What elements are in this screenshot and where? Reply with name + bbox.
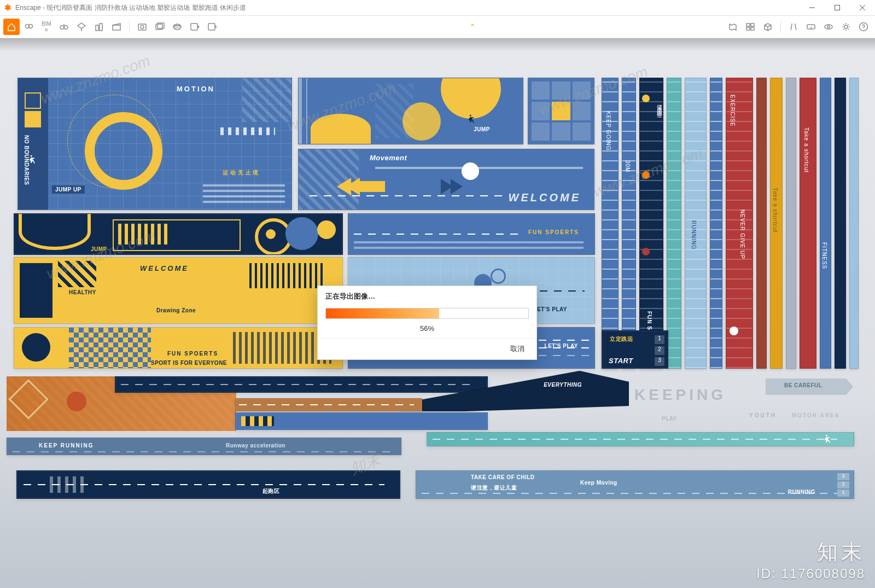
artwork-sport-icons-panel [528,78,594,144]
progress-percent: 56% [318,321,536,338]
artwork-blue-track-2 [235,412,488,430]
visual-settings-button[interactable] [820,19,837,35]
export-exe-button[interactable] [204,19,220,35]
artwork-jump-panel: JUMP [298,78,523,144]
cancel-button[interactable]: 取消 [498,339,536,359]
artwork-bottom-navy-1: 起跑区 [16,470,400,499]
titlebar: ✱ Enscape - 现代消防登高面 消防扑救场 运动场地 塑胶运动场 塑胶跑… [0,0,875,15]
artwork-welcome-panel: Movement WELCOME [298,149,594,210]
artwork-teal-track [427,432,854,446]
window-controls [800,0,875,15]
progress-bar [325,308,529,319]
ghost-motor-area: MOTOR AREA [792,412,840,418]
document-title: 现代消防登高面 消防扑救场 运动场地 塑胶运动场 塑胶跑道 休闲步道 [46,4,246,11]
artwork-motion-panel: NO BOUNDARIES JUMP UP MOTION 运 动 无 止 境 [18,78,292,210]
binoculars-button[interactable] [56,19,72,35]
artwork-bottom-lightblue: TAKE CARE OF CHILD 请注意，避让儿童 Keep Moving … [416,470,854,499]
separator [780,21,781,33]
svg-rect-16 [751,24,754,26]
close-button[interactable] [850,0,875,15]
svg-point-3 [60,26,64,30]
maximize-button[interactable] [825,0,850,15]
screenshot-button[interactable] [134,19,150,35]
help-button[interactable] [855,19,872,35]
app-logo-icon: ✱ [0,3,15,13]
artwork-everything-wing: EVERYTHING [399,371,629,415]
vr-button[interactable] [803,19,819,35]
viewport[interactable]: NO BOUNDARIES JUMP UP MOTION 运 动 无 止 境 J… [0,38,875,588]
svg-point-22 [844,25,848,28]
clapperboard-button[interactable] [108,19,125,35]
home-button[interactable] [3,19,20,35]
svg-rect-13 [191,24,197,30]
artwork-vertical-strips: KEEP GOING 30M FUN SPOERTS 健 康 跑 道 RUNNI… [602,78,859,368]
minimize-button[interactable] [800,0,825,15]
svg-marker-24 [399,371,629,411]
ghost-youth: YOUTH [749,412,777,418]
app-name: Enscape [15,4,41,11]
batch-render-button[interactable] [151,19,168,35]
artwork-checker: FUN SPOERTS SPORT IS FOR EVERYONE [14,327,343,369]
settings-button[interactable] [838,19,854,35]
artwork-welcome-yellow: WELCOME HEALTHY Drawing Zone [14,257,343,324]
artwork-blue-track-1 [235,398,422,411]
svg-rect-14 [208,24,215,30]
toolbar-spacer: ⌃ [221,23,724,31]
artwork-keep-running: KEEP RUNNING Runway acceleration [7,438,401,455]
cube-button[interactable] [760,19,776,35]
buildings-button[interactable] [91,19,107,35]
svg-rect-7 [113,25,120,30]
svg-point-4 [64,26,68,30]
walk-mode-button[interactable] [785,19,802,35]
panorama-button[interactable]: 360° [169,19,185,35]
progress-bar-fill [326,308,439,318]
artwork-fun-sports-bar: FUN SPOERTS [348,213,595,255]
svg-rect-17 [746,27,750,30]
svg-rect-15 [746,24,750,26]
separator [129,21,130,33]
perspective-button[interactable] [73,19,90,35]
export-button[interactable] [186,19,203,35]
watermark-brand: 知末 ID: 1176008098 [756,538,865,581]
svg-rect-6 [100,24,102,31]
artwork-start-badge: START 立定跳远 1 2 3 [602,330,668,369]
bim-button[interactable]: BIM≡ [38,19,55,35]
asset-library-button[interactable] [742,19,759,35]
svg-point-21 [827,26,830,28]
dialog-title: 正在导出图像… [318,286,536,305]
svg-point-20 [825,25,832,29]
svg-rect-0 [835,5,840,10]
svg-rect-8 [138,24,146,30]
svg-point-9 [141,26,144,29]
map-button[interactable] [725,19,741,35]
collapse-toolbar-icon[interactable]: ⌃ [470,23,475,31]
svg-rect-18 [751,27,754,30]
be-careful-sign: BE CAREFUL [766,379,853,395]
svg-rect-5 [96,25,98,31]
toolbar: BIM≡ 360° ⌃ [0,15,875,38]
window-title: Enscape - 现代消防登高面 消防扑救场 运动场地 塑胶运动场 塑胶跑道 … [15,3,800,13]
export-dialog: 正在导出图像… 56% 取消 [317,286,537,360]
ghost-keeping: KEEPING [634,386,726,404]
map-pin-button[interactable] [21,19,37,35]
ghost-play: PLAY [662,416,677,422]
artwork-navy-bar-1: JUMP [14,213,343,255]
